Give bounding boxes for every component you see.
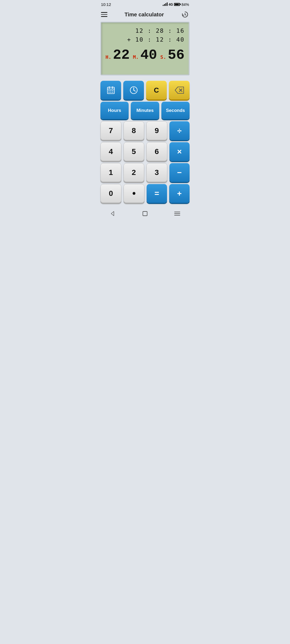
backspace-button[interactable] (169, 81, 190, 100)
button-subtract[interactable]: − (169, 163, 190, 182)
signal-icon (163, 2, 168, 7)
key-row-5: 1 2 3 − (100, 163, 190, 182)
svg-rect-10 (110, 92, 111, 93)
svg-rect-11 (112, 92, 113, 93)
hours-label: H. (106, 54, 111, 60)
button-multiply[interactable]: × (169, 142, 190, 161)
clear-button[interactable]: C (146, 81, 167, 100)
key-row-6: 0 • = + (100, 184, 190, 203)
svg-rect-19 (143, 211, 147, 216)
svg-line-1 (185, 15, 186, 15)
svg-marker-18 (111, 211, 114, 216)
svg-rect-9 (108, 92, 110, 93)
clock-button[interactable] (123, 81, 144, 100)
status-icons: 4G 84% (163, 2, 189, 7)
key-row-4: 4 5 6 × (100, 142, 190, 161)
button-5[interactable]: 5 (124, 142, 144, 161)
history-button[interactable] (181, 10, 189, 19)
status-bar: 10:12 4G 84% (97, 0, 193, 8)
button-4[interactable]: 4 (100, 142, 121, 161)
calendar-button[interactable] (100, 81, 121, 100)
svg-point-15 (133, 90, 134, 91)
nav-back-button[interactable] (108, 209, 118, 218)
button-0[interactable]: 0 (100, 184, 121, 203)
network-type: 4G (169, 3, 173, 6)
svg-rect-8 (112, 90, 113, 91)
button-9[interactable]: 9 (146, 121, 167, 140)
seconds-value: 56 (168, 48, 184, 62)
button-equals[interactable]: = (147, 184, 167, 203)
button-2[interactable]: 2 (124, 163, 144, 182)
nav-menu-button[interactable] (172, 209, 182, 218)
minutes-result: M. 40 (133, 48, 157, 62)
app-title: Time calculator (125, 12, 164, 18)
button-6[interactable]: 6 (146, 142, 167, 161)
button-divide[interactable]: ÷ (169, 121, 190, 140)
button-3[interactable]: 3 (146, 163, 167, 182)
top-bar: Time calculator (97, 8, 193, 22)
result-area: H. 22 M. 40 S. 56 (106, 48, 184, 62)
minutes-label: M. (133, 54, 139, 60)
button-add[interactable]: + (169, 184, 190, 203)
seconds-label: S. (160, 54, 166, 60)
hours-button[interactable]: Hours (100, 102, 129, 119)
display-line-1: 12 : 28 : 16 (106, 26, 184, 35)
minutes-value: 40 (140, 48, 157, 62)
key-row-1: C (100, 81, 190, 100)
status-time: 10:12 (101, 2, 111, 7)
svg-rect-6 (108, 90, 110, 91)
nav-home-button[interactable] (140, 209, 150, 218)
seconds-result: S. 56 (160, 48, 184, 62)
minutes-button[interactable]: Minutes (131, 102, 159, 119)
button-8[interactable]: 8 (124, 121, 144, 140)
button-dot[interactable]: • (124, 184, 144, 203)
display-line-2: + 10 : 12 : 40 (106, 35, 184, 44)
hours-value: 22 (113, 48, 130, 62)
keypad: C Hours Minutes Seconds 7 8 9 ÷ 4 5 6 (97, 79, 193, 205)
svg-rect-7 (110, 90, 111, 91)
expression-area: 12 : 28 : 16 + 10 : 12 : 40 (106, 26, 184, 44)
calculator-display: 12 : 28 : 16 + 10 : 12 : 40 H. 22 M. 40 … (100, 22, 190, 75)
key-row-2: Hours Minutes Seconds (100, 102, 190, 119)
nav-bar (97, 205, 193, 224)
seconds-button[interactable]: Seconds (161, 102, 190, 119)
key-row-3: 7 8 9 ÷ (100, 121, 190, 140)
hours-result: H. 22 (106, 48, 130, 62)
battery-percent: 84% (182, 2, 189, 7)
battery-icon-container (174, 2, 180, 7)
button-1[interactable]: 1 (100, 163, 121, 182)
menu-button[interactable] (101, 12, 107, 17)
button-7[interactable]: 7 (100, 121, 121, 140)
